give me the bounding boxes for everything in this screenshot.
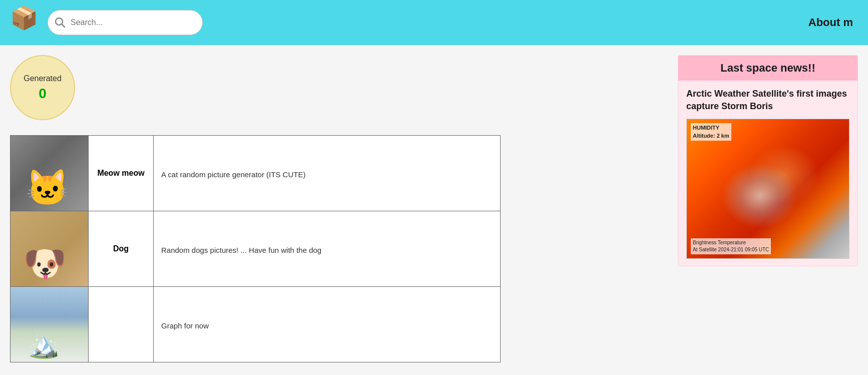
table-desc-cell: Random dogs pictures! ... Have fun with … [154,211,501,287]
news-article-title[interactable]: Arctic Weather Satellite's first images … [686,88,849,113]
logo-area: 📦 [10,7,43,39]
mystery-box-icon: 📦 [10,5,38,31]
table-image-cell [11,211,89,287]
satellite-top-label: HUMIDITYAltitude: 2 km [691,123,731,141]
left-column: Generated 0 Meow meow A cat random pictu… [10,55,668,362]
table-row[interactable]: Meow meow A cat random picture generator… [11,136,501,211]
table-image-cell [11,287,89,362]
logo-icon[interactable]: 📦 [10,7,43,39]
row-title: Meow meow [97,169,144,177]
row-description: A cat random picture generator (ITS CUTE… [161,170,305,179]
about-link[interactable]: About m [793,0,868,45]
table-image-cell [11,136,89,211]
table-title-cell [89,287,154,362]
satellite-bottom-label: Brightness TemperatureAt Satellite 2024-… [691,238,771,254]
about-label: About m [808,16,853,29]
dog-image [11,211,88,286]
table-title-cell: Meow meow [89,136,154,211]
search-input[interactable] [48,10,203,35]
news-card: Last space news!! Arctic Weather Satelli… [678,55,858,266]
generated-circle: Generated 0 [10,55,75,120]
content-table: Meow meow A cat random picture generator… [10,135,501,362]
table-row[interactable]: Dog Random dogs pictures! ... Have fun w… [11,211,501,287]
main-content: Generated 0 Meow meow A cat random pictu… [0,45,868,372]
search-wrapper [48,10,203,35]
table-title-cell: Dog [89,211,154,287]
news-satellite-image: HUMIDITYAltitude: 2 km Brightness Temper… [686,119,849,259]
generated-count: 0 [39,86,47,102]
table-desc-cell: A cat random picture generator (ITS CUTE… [154,136,501,211]
header: 📦 About m [0,0,868,45]
news-section-title: Last space news!! [720,62,815,74]
row-description: Random dogs pictures! ... Have fun with … [161,246,321,254]
news-body: Arctic Weather Satellite's first images … [678,81,857,266]
generated-label: Generated [24,74,62,83]
landscape-image [11,287,88,362]
table-desc-cell: Graph for now [154,287,501,362]
table-row[interactable]: Graph for now [11,287,501,362]
news-header: Last space news!! [678,56,857,81]
row-title: Dog [113,244,129,253]
search-container [48,10,203,35]
right-column: Last space news!! Arctic Weather Satelli… [678,55,858,362]
row-description: Graph for now [161,321,209,330]
cat-image [11,136,88,211]
